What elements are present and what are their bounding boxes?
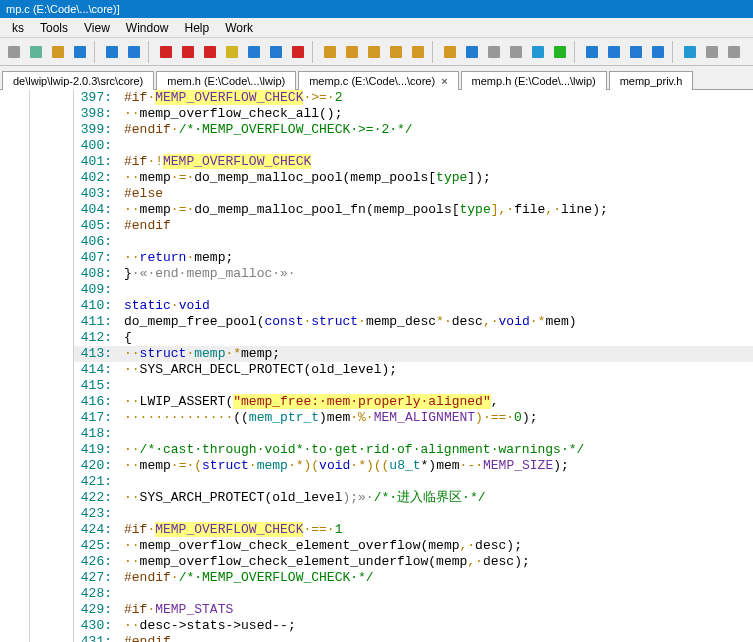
code-src[interactable]: ··memp_overflow_check_element_overflow(m… — [118, 538, 753, 554]
new-button[interactable] — [4, 42, 24, 62]
code-line[interactable]: 425:··memp_overflow_check_element_overfl… — [74, 538, 753, 554]
sync-button[interactable] — [528, 42, 548, 62]
code-src[interactable]: ··desc->stats->used--; — [118, 618, 753, 634]
code-src[interactable]: ··SYS_ARCH_DECL_PROTECT(old_level); — [118, 362, 753, 378]
ruler-button[interactable] — [702, 42, 722, 62]
tab-close-icon[interactable]: × — [441, 75, 447, 87]
code-src[interactable] — [118, 586, 753, 602]
code-line[interactable]: 427:#endif·/*·MEMP_OVERFLOW_CHECK·*/ — [74, 570, 753, 586]
code-line[interactable]: 407:··return·memp; — [74, 250, 753, 266]
tab-1[interactable]: mem.h (E:\Code\...\lwip) — [156, 71, 296, 90]
code-src[interactable] — [118, 378, 753, 394]
code-src[interactable] — [118, 474, 753, 490]
code-line[interactable]: 424:#if·MEMP_OVERFLOW_CHECK·==·1 — [74, 522, 753, 538]
code-line[interactable]: 418: — [74, 426, 753, 442]
code-src[interactable]: ··LWIP_ASSERT("memp_free:·mem·properly·a… — [118, 394, 753, 410]
menu-item-work[interactable]: Work — [217, 19, 261, 37]
replace-button[interactable] — [462, 42, 482, 62]
menu-item-tools[interactable]: Tools — [32, 19, 76, 37]
code-line[interactable]: 416:··LWIP_ASSERT("memp_free:·mem·proper… — [74, 394, 753, 410]
code-src[interactable]: ··············((mem_ptr_t)mem·%·MEM_ALIG… — [118, 410, 753, 426]
code-line[interactable]: 415: — [74, 378, 753, 394]
info-button[interactable] — [680, 42, 700, 62]
find-button[interactable] — [440, 42, 460, 62]
code-line[interactable]: 429:#if·MEMP_STATS — [74, 602, 753, 618]
code-src[interactable]: #endif·/*·MEMP_OVERFLOW_CHECK·*/ — [118, 570, 753, 586]
code-src[interactable] — [118, 234, 753, 250]
left-button[interactable] — [342, 42, 362, 62]
code-line[interactable]: 413:··struct·memp·*memp; — [74, 346, 753, 362]
right-end-button[interactable] — [386, 42, 406, 62]
code-src[interactable]: #if·MEMP_STATS — [118, 602, 753, 618]
code-line[interactable]: 400: — [74, 138, 753, 154]
code-line[interactable]: 423: — [74, 506, 753, 522]
left-end-button[interactable] — [320, 42, 340, 62]
align-left-button[interactable] — [70, 42, 90, 62]
x-y-button[interactable] — [266, 42, 286, 62]
tab-3[interactable]: memp.h (E:\Code\...\lwip) — [461, 71, 607, 90]
pin-button[interactable] — [724, 42, 744, 62]
code-line[interactable]: 420:··memp·=·(struct·memp·*)(void·*)((u8… — [74, 458, 753, 474]
code-src[interactable]: #if·MEMP_OVERFLOW_CHECK·>=·2 — [118, 90, 753, 106]
code-src[interactable]: do_memp_free_pool(const·struct·memp_desc… — [118, 314, 753, 330]
code-src[interactable] — [118, 426, 753, 442]
code-line[interactable]: 428: — [74, 586, 753, 602]
code-line[interactable]: 397:#if·MEMP_OVERFLOW_CHECK·>=·2 — [74, 90, 753, 106]
tab-0[interactable]: de\lwip\lwip-2.0.3\src\core) — [2, 71, 154, 90]
grid1-button[interactable] — [582, 42, 602, 62]
code-editor[interactable]: 397:#if·MEMP_OVERFLOW_CHECK·>=·2398:··me… — [74, 90, 753, 642]
code-line[interactable]: 431:#endif — [74, 634, 753, 642]
code-src[interactable]: #endif — [118, 218, 753, 234]
code-line[interactable]: 399:#endif·/*·MEMP_OVERFLOW_CHECK·>=·2·*… — [74, 122, 753, 138]
paste-button[interactable] — [48, 42, 68, 62]
code-src[interactable]: { — [118, 330, 753, 346]
right-button[interactable] — [364, 42, 384, 62]
lightning-button[interactable] — [550, 42, 570, 62]
code-src[interactable] — [118, 282, 753, 298]
code-line[interactable]: 409: — [74, 282, 753, 298]
code-src[interactable]: ··/*·cast·through·void*·to·get·rid·of·al… — [118, 442, 753, 458]
code-line[interactable]: 419:··/*·cast·through·void*·to·get·rid·o… — [74, 442, 753, 458]
brace-button[interactable] — [288, 42, 308, 62]
code-line[interactable]: 398:··memp_overflow_check_all(); — [74, 106, 753, 122]
grid4-button[interactable] — [648, 42, 668, 62]
code-src[interactable]: #if·MEMP_OVERFLOW_CHECK·==·1 — [118, 522, 753, 538]
code-src[interactable]: ··memp·=·(struct·memp·*)(void·*)((u8_t*)… — [118, 458, 753, 474]
code-src[interactable]: ··return·memp; — [118, 250, 753, 266]
code-line[interactable]: 412:{ — [74, 330, 753, 346]
undo-button[interactable] — [102, 42, 122, 62]
code-line[interactable]: 421: — [74, 474, 753, 490]
code-src[interactable]: static·void — [118, 298, 753, 314]
code-line[interactable]: 405:#endif — [74, 218, 753, 234]
code-line[interactable]: 402:··memp·=·do_memp_malloc_pool(memp_po… — [74, 170, 753, 186]
code-src[interactable]: #endif — [118, 634, 753, 642]
code-src[interactable]: ··memp·=·do_memp_malloc_pool(memp_pools[… — [118, 170, 753, 186]
code-src[interactable]: ··memp_overflow_check_all(); — [118, 106, 753, 122]
code-src[interactable]: ··struct·memp·*memp; — [118, 346, 753, 362]
code-line[interactable]: 403:#else — [74, 186, 753, 202]
code-src[interactable]: ··SYS_ARCH_PROTECT(old_level);»·/*·进入临界区… — [118, 490, 753, 506]
tab-2[interactable]: memp.c (E:\Code\...\core)× — [298, 71, 458, 90]
star-button[interactable] — [408, 42, 428, 62]
code-line[interactable]: 422:··SYS_ARCH_PROTECT(old_level);»·/*·进… — [74, 490, 753, 506]
grid2-button[interactable] — [604, 42, 624, 62]
menu-item-view[interactable]: View — [76, 19, 118, 37]
code-src[interactable]: ··memp_overflow_check_element_underflow(… — [118, 554, 753, 570]
copy-button[interactable] — [26, 42, 46, 62]
code-line[interactable]: 401:#if·!MEMP_OVERFLOW_CHECK — [74, 154, 753, 170]
code-line[interactable]: 411:do_memp_free_pool(const·struct·memp_… — [74, 314, 753, 330]
code-line[interactable]: 417:··············((mem_ptr_t)mem·%·MEM_… — [74, 410, 753, 426]
code-src[interactable] — [118, 138, 753, 154]
code-line[interactable]: 414:··SYS_ARCH_DECL_PROTECT(old_level); — [74, 362, 753, 378]
code-src[interactable]: #endif·/*·MEMP_OVERFLOW_CHECK·>=·2·*/ — [118, 122, 753, 138]
menu-item-help[interactable]: Help — [177, 19, 218, 37]
book-button[interactable] — [484, 42, 504, 62]
code-line[interactable]: 430:··desc->stats->used--; — [74, 618, 753, 634]
code-line[interactable]: 408:}·«·end·memp_malloc·»· — [74, 266, 753, 282]
code-src[interactable] — [118, 506, 753, 522]
doc-red-button[interactable] — [156, 42, 176, 62]
arrow-down-button[interactable] — [200, 42, 220, 62]
code-line[interactable]: 404:··memp·=·do_memp_malloc_pool_fn(memp… — [74, 202, 753, 218]
code-line[interactable]: 426:··memp_overflow_check_element_underf… — [74, 554, 753, 570]
menu-item-window[interactable]: Window — [118, 19, 177, 37]
